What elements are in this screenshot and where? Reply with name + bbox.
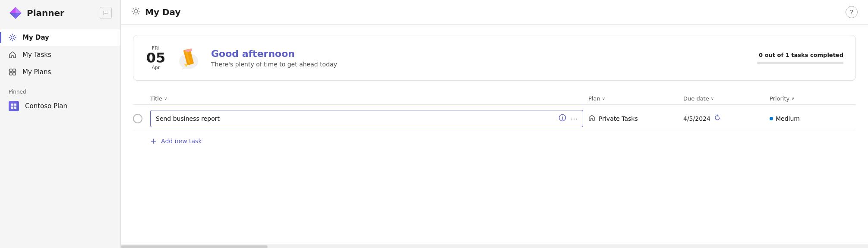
pencil-illustration [175, 44, 202, 72]
sidebar-header: Planner ⊢ [0, 0, 120, 26]
svg-line-26 [133, 8, 134, 9]
add-task-label: Add new task [161, 138, 202, 144]
svg-line-28 [138, 8, 139, 9]
grid-icon [9, 68, 16, 76]
svg-marker-2 [9, 13, 16, 19]
sidebar-item-my-plans-label: My Plans [22, 68, 51, 76]
table-header-spacer [133, 95, 150, 102]
sidebar: Planner ⊢ My Day [0, 0, 121, 248]
svg-point-38 [562, 116, 563, 117]
task-title-text: Send business report [156, 115, 220, 122]
task-title-actions: ⋯ [559, 114, 578, 123]
svg-marker-1 [16, 7, 22, 13]
page-title: My Day [145, 7, 180, 17]
column-due-date-label: Due date [683, 95, 709, 102]
content-area: FRI 05 Apr [121, 25, 868, 245]
task-due-date: 4/5/2024 [683, 115, 710, 122]
home-icon [9, 51, 16, 59]
column-priority-label: Priority [770, 95, 789, 102]
svg-rect-20 [14, 107, 16, 109]
svg-point-4 [11, 36, 14, 39]
greeting-title: Good afternoon [211, 48, 748, 59]
sidebar-navigation: My Day My Tasks My Plans [0, 26, 120, 84]
title-sort-chevron: ∨ [164, 96, 167, 101]
help-button[interactable]: ? [846, 6, 858, 18]
recurrence-icon[interactable] [714, 114, 721, 123]
pinned-section-label: Pinned [0, 84, 120, 97]
svg-line-10 [14, 39, 15, 40]
svg-rect-19 [11, 107, 13, 109]
add-task-icon: + [150, 136, 157, 145]
svg-rect-14 [13, 69, 16, 72]
app-logo: Planner [9, 6, 64, 20]
plan-home-icon [588, 114, 595, 123]
plan-sort-chevron: ∨ [602, 96, 605, 101]
svg-rect-16 [13, 72, 16, 75]
app-name: Planner [27, 8, 64, 18]
priority-indicator [770, 117, 773, 120]
greeting-text: Good afternoon There's plenty of time to… [211, 48, 748, 68]
main-content: My Day ? FRI 05 Apr [121, 0, 868, 248]
svg-point-21 [134, 9, 138, 13]
sun-icon [9, 34, 16, 41]
svg-line-9 [10, 35, 10, 35]
day-number: 05 [145, 51, 166, 65]
table-header: Title ∨ Plan ∨ Due date ∨ Priority ∨ [133, 93, 856, 105]
task-priority-value: Medium [776, 115, 800, 122]
topbar-sun-icon [131, 6, 141, 18]
task-due-cell: 4/5/2024 [683, 114, 770, 123]
greeting-card: FRI 05 Apr [133, 35, 856, 81]
sidebar-item-contoso-plan[interactable]: Contoso Plan [0, 97, 120, 116]
due-date-sort-chevron: ∨ [711, 96, 714, 101]
sidebar-item-my-day-label: My Day [22, 34, 49, 41]
priority-sort-chevron: ∨ [791, 96, 794, 101]
sidebar-collapse-button[interactable]: ⊢ [100, 7, 112, 19]
help-icon: ? [850, 9, 853, 16]
column-plan[interactable]: Plan ∨ [588, 95, 683, 102]
greeting-progress: 0 out of 1 tasks completed [757, 52, 843, 64]
task-plan-name: Private Tasks [599, 115, 638, 122]
svg-marker-3 [16, 13, 22, 19]
svg-rect-13 [9, 69, 12, 72]
progress-bar-track [757, 62, 843, 64]
task-more-options-icon[interactable]: ⋯ [571, 115, 578, 123]
column-priority[interactable]: Priority ∨ [770, 95, 856, 102]
horizontal-scrollbar[interactable] [121, 245, 868, 248]
topbar-left: My Day [131, 6, 180, 18]
sidebar-item-my-tasks[interactable]: My Tasks [0, 47, 120, 63]
planner-logo-icon [9, 6, 22, 20]
topbar: My Day ? [121, 0, 868, 25]
table-row: Send business report ⋯ [133, 107, 856, 131]
task-info-icon[interactable] [559, 114, 566, 123]
greeting-subtitle: There's plenty of time to get ahead toda… [211, 61, 748, 68]
column-due-date[interactable]: Due date ∨ [683, 95, 770, 102]
column-title-label: Title [150, 95, 162, 102]
task-plan-cell: Private Tasks [588, 114, 683, 123]
sidebar-item-my-day[interactable]: My Day [0, 29, 120, 46]
svg-rect-18 [14, 104, 16, 106]
svg-line-12 [10, 39, 10, 40]
contoso-plan-label: Contoso Plan [25, 102, 67, 110]
sidebar-item-my-plans[interactable]: My Plans [0, 64, 120, 80]
contoso-plan-icon [9, 101, 19, 111]
svg-rect-15 [9, 72, 12, 75]
task-checkbox-cell [133, 114, 150, 123]
task-table: Title ∨ Plan ∨ Due date ∨ Priority ∨ [133, 93, 856, 151]
column-plan-label: Plan [588, 95, 600, 102]
task-priority-cell: Medium [770, 115, 856, 122]
collapse-icon: ⊢ [103, 9, 108, 16]
svg-line-29 [133, 13, 134, 14]
svg-line-11 [14, 35, 15, 35]
task-title-cell: Send business report ⋯ [150, 110, 588, 127]
task-checkbox[interactable] [133, 114, 142, 123]
svg-marker-0 [9, 7, 16, 13]
progress-label: 0 out of 1 tasks completed [757, 52, 843, 58]
svg-rect-17 [11, 104, 13, 106]
task-title-box[interactable]: Send business report ⋯ [150, 110, 583, 127]
add-task-row[interactable]: + Add new task [133, 131, 856, 151]
greeting-date: FRI 05 Apr [145, 45, 166, 70]
sidebar-item-my-tasks-label: My Tasks [22, 51, 51, 59]
column-title[interactable]: Title ∨ [150, 95, 588, 102]
svg-line-27 [138, 13, 139, 14]
scrollbar-thumb[interactable] [121, 245, 268, 248]
